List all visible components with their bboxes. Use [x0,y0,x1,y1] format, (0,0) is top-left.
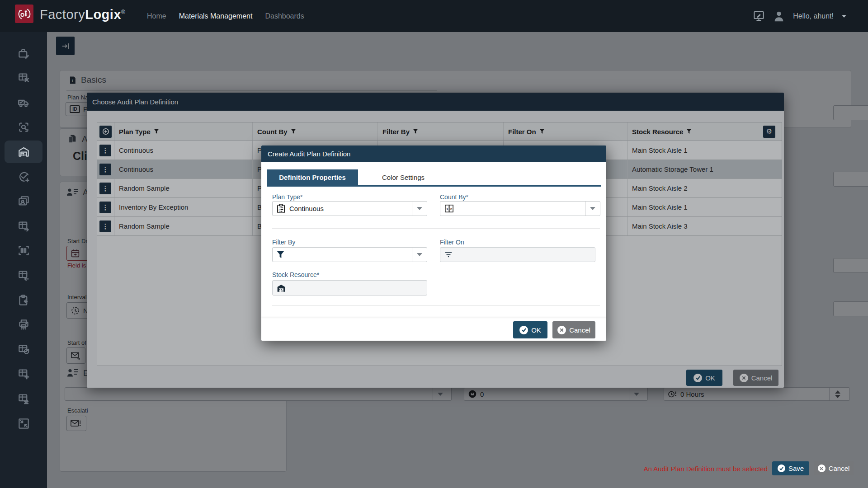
validation-message: An Audit Plan Definition must be selecte… [644,465,768,473]
sidebar-item-table-swap[interactable] [5,387,42,410]
save-cancel-button[interactable]: Cancel [814,461,854,475]
top-bar: FactoryLogix® HomeMaterials ManagementDa… [0,0,868,32]
plan-type-value: Continuous [289,205,324,212]
warehouse-small-icon [277,284,286,292]
svg-text:3: 3 [278,211,280,213]
filter-by-label: Filter By [272,239,295,246]
sidebar-item-printer[interactable] [5,314,42,336]
table-arrow-left-icon [18,269,30,282]
count-by-label: Count By* [440,193,468,201]
counter-123-icon: 1 2 [444,204,454,213]
table-plus-icon [18,368,30,380]
truck-check-icon [18,97,30,109]
count-by-dropdown-arrow[interactable] [585,202,600,216]
id-card-icon [18,195,30,207]
tab-color-settings[interactable]: Color Settings [358,169,448,185]
sidebar-item-table-plus[interactable] [5,363,42,385]
check-plus-icon [18,171,30,183]
stock-resource-input[interactable] [272,280,427,296]
app-window: FactoryLogix® HomeMaterials ManagementDa… [0,0,868,488]
briefcase-edit-icon [18,47,30,60]
create-ok-button[interactable]: OK [513,321,547,338]
sidebar-item-table-arrow-left[interactable] [5,264,42,286]
brand-wordmark: FactoryLogix® [40,7,125,22]
plan-type-label: Plan Type* [272,193,302,201]
sidebar-item-check-plus[interactable] [5,165,42,188]
printer-icon [18,319,30,331]
sidebar-item-briefcase-edit[interactable] [5,42,42,65]
sidebar-item-table-refresh[interactable] [5,338,42,361]
main-nav: HomeMaterials ManagementDashboards [147,0,304,32]
create-cancel-button[interactable]: Cancel [552,321,595,338]
sidebar-item-truck-check[interactable] [5,91,42,114]
clipboard-list-icon: 123 [277,204,285,213]
tab-underline [267,185,601,187]
barcode-scan-icon [18,244,30,257]
table-x-icon [18,72,30,84]
table-swap-icon [18,393,30,405]
plan-type-dropdown-arrow[interactable] [412,202,427,216]
create-modal-titlebar[interactable]: Create Audit Plan Definition [261,145,606,162]
stock-resource-label: Stock Resource* [272,271,319,278]
sidebar-item-warehouse[interactable] [5,141,42,163]
count-by-combo[interactable]: 1 2 [440,201,600,216]
nav-item-materials-management[interactable]: Materials Management [179,12,253,20]
nav-item-dashboards[interactable]: Dashboards [265,12,304,20]
plan-type-combo[interactable]: 123 Continuous [272,201,427,216]
create-modal-title: Create Audit Plan Definition [268,150,350,158]
filter-by-combo[interactable] [272,247,427,262]
filter-by-dropdown-arrow[interactable] [412,248,427,262]
filter-on-label: Filter On [440,239,464,246]
clipboard-arrow-icon [18,294,30,306]
funnel-icon [277,251,284,259]
sidebar-nav [0,32,47,488]
create-audit-plan-modal: Create Audit Plan Definition Definition … [261,145,606,341]
sidebar-item-table-arrow-right[interactable] [5,215,42,237]
sidebar-item-scan-search[interactable] [5,116,42,139]
user-greeting[interactable]: Hello, ahunt! [793,12,834,20]
user-menu-caret-icon[interactable] [842,15,846,18]
monitor-edit-icon[interactable] [753,10,765,22]
user-avatar-icon[interactable] [772,9,786,23]
table-collapse-icon [18,418,30,430]
svg-text:1: 1 [446,207,448,211]
sidebar-item-barcode-scan[interactable] [5,239,42,262]
bolt-circular-arrows-icon [18,7,31,21]
nav-item-home[interactable]: Home [147,12,166,20]
sidebar-item-clipboard-arrow[interactable] [5,289,42,311]
scan-search-icon [18,121,30,133]
table-refresh-icon [18,343,30,356]
filter-on-input[interactable] [440,247,595,262]
sidebar-item-table-collapse[interactable] [5,412,42,435]
sidebar-item-table-x[interactable] [5,67,42,89]
tab-definition-properties[interactable]: Definition Properties [267,169,358,185]
factorylogix-logo[interactable] [15,5,33,23]
svg-text:2: 2 [450,207,453,211]
filter-lines-icon [444,251,453,258]
warehouse-icon [18,146,30,158]
save-button[interactable]: Save [772,461,809,475]
sidebar-item-id-card[interactable] [5,190,42,213]
table-arrow-right-icon [18,220,30,232]
